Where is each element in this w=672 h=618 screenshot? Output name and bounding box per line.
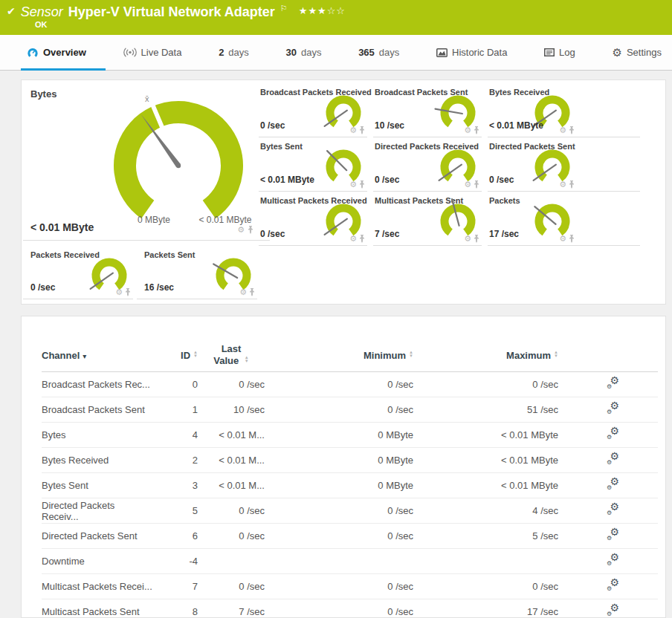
- gauge-tile-directed-packets-sent[interactable]: Directed Packets Sent0 /sec⚙: [488, 137, 640, 192]
- table-row-directed-packets-receiv: Directed Packets Receiv...50 /sec0 /sec4…: [42, 498, 658, 524]
- channel-name: Bytes: [42, 429, 153, 440]
- tab-365-days[interactable]: 365 days: [354, 35, 404, 70]
- gauge-tile-packets-sent[interactable]: Packets Sent16 /sec⚙: [137, 246, 257, 299]
- gauge-tile-bytes-received[interactable]: Bytes Received< 0.01 MByte⚙: [488, 83, 640, 137]
- tab-label: Historic Data: [452, 47, 507, 58]
- tab-bar: Overview Live Data 2 days 30 days 365 da…: [0, 35, 672, 71]
- channel-name: Directed Packets Receiv...: [42, 500, 153, 522]
- channel-minimum: 0 /sec: [265, 505, 413, 516]
- gear-icon[interactable]: ⚙: [559, 235, 566, 243]
- tab-live-data[interactable]: Live Data: [119, 35, 187, 70]
- status-check-icon: ✔: [7, 6, 16, 16]
- priority-stars[interactable]: ★★★☆☆: [299, 5, 346, 16]
- column-header-maximum[interactable]: Maximum▲▼: [413, 350, 558, 361]
- pin-icon[interactable]: [569, 235, 575, 243]
- channel-minimum: 0 /sec: [265, 581, 413, 592]
- pin-icon[interactable]: [569, 180, 575, 189]
- tab-settings[interactable]: ⚙ Settings: [608, 35, 666, 70]
- gear-icon[interactable]: ⚙: [349, 180, 357, 189]
- tab-label: days: [301, 47, 321, 58]
- gauge-tile-broadcast-packets-received[interactable]: Broadcast Packets Received0 /sec⚙: [259, 83, 367, 137]
- channel-maximum: 51 /sec: [413, 404, 558, 415]
- gauge-value: 10 /sec: [375, 120, 404, 131]
- pin-icon[interactable]: [249, 288, 255, 296]
- tab-30-days[interactable]: 30 days: [282, 35, 326, 70]
- channel-name: Bytes Received: [42, 455, 153, 466]
- channel-id: 2: [153, 455, 198, 466]
- pin-icon[interactable]: [569, 126, 575, 134]
- gear-icon[interactable]: ⚙: [239, 288, 247, 296]
- column-header-last-value[interactable]: Last Value ▲▼: [198, 343, 265, 367]
- channel-last-value: < 0.01 M...: [198, 429, 265, 440]
- gear-icon[interactable]: ⚙: [349, 126, 357, 134]
- gear-icon[interactable]: ⚙: [115, 288, 123, 296]
- gauge-tile-packets[interactable]: Packets17 /sec⚙: [488, 192, 640, 246]
- gauge-tile-bytes[interactable]: Bytes x̄ 0 MByte < 0.01 MByte < 0.01 MBy…: [23, 80, 270, 241]
- tab-label: Overview: [43, 47, 86, 58]
- column-header-minimum[interactable]: Minimum▲▼: [265, 350, 413, 361]
- gear-icon[interactable]: ⚙: [464, 235, 471, 243]
- pin-icon[interactable]: [359, 180, 365, 189]
- tab-label: Live Data: [141, 47, 182, 58]
- tab-number: 365: [358, 47, 375, 58]
- channel-settings-icon[interactable]: ⚙⚙: [607, 554, 620, 566]
- tab-overview[interactable]: Overview: [22, 35, 91, 70]
- gauge-value: 0 /sec: [375, 175, 399, 185]
- gear-icon[interactable]: ⚙: [464, 180, 471, 189]
- channel-last-value: 0 /sec: [198, 581, 265, 592]
- gauge-tile-directed-packets-received[interactable]: Directed Packets Received0 /sec⚙: [373, 137, 482, 192]
- pin-icon[interactable]: [125, 288, 131, 296]
- channel-id: 5: [153, 505, 198, 516]
- channel-settings-icon[interactable]: ⚙⚙: [607, 529, 620, 541]
- gear-icon[interactable]: ⚙: [559, 180, 566, 189]
- gear-icon[interactable]: ⚙: [237, 226, 245, 234]
- gauge-value: 0 /sec: [30, 282, 55, 293]
- gauge-tile-broadcast-packets-sent[interactable]: Broadcast Packets Sent10 /sec⚙: [373, 83, 482, 137]
- channel-settings-icon[interactable]: ⚙⚙: [607, 504, 620, 515]
- gauge-value: 16 /sec: [144, 282, 174, 293]
- pin-icon[interactable]: [359, 235, 365, 243]
- channel-id: 8: [153, 606, 198, 617]
- channel-settings-icon[interactable]: ⚙⚙: [607, 579, 620, 591]
- channel-settings-icon[interactable]: ⚙⚙: [607, 377, 620, 389]
- tab-log[interactable]: Log: [540, 35, 580, 70]
- pin-icon[interactable]: [474, 126, 479, 134]
- column-header-id[interactable]: ID▲▼: [153, 350, 198, 361]
- channel-minimum: 0 MByte: [265, 480, 413, 491]
- table-row-bytes-sent: Bytes Sent3< 0.01 M...0 MByte< 0.01 MByt…: [42, 473, 658, 498]
- column-header-channel[interactable]: Channel▾: [42, 350, 153, 361]
- channel-settings-icon[interactable]: ⚙⚙: [607, 403, 620, 414]
- gear-icon[interactable]: ⚙: [464, 126, 471, 134]
- table-row-multicast-packets-recei: Multicast Packets Recei...70 /sec0 /sec0…: [42, 574, 658, 599]
- gauge-tile-packets-received[interactable]: Packets Received0 /sec⚙: [23, 246, 133, 299]
- gauge-tile-title: Bytes: [30, 88, 56, 100]
- channel-minimum: 0 /sec: [265, 404, 413, 415]
- pin-icon[interactable]: [248, 226, 253, 234]
- pin-icon[interactable]: [474, 235, 479, 243]
- tab-historic-data[interactable]: Historic Data: [432, 35, 511, 70]
- sort-desc-icon: ▾: [83, 352, 86, 360]
- flag-icon: ⚐: [280, 4, 288, 13]
- channel-settings-icon[interactable]: ⚙⚙: [607, 478, 620, 490]
- channel-minimum: 0 /sec: [265, 530, 413, 541]
- gauge-tile-multicast-packets-sent[interactable]: Multicast Packets Sent7 /sec⚙: [373, 192, 482, 246]
- gauge-tile-multicast-packets-received[interactable]: Multicast Packets Received0 /sec⚙: [259, 192, 367, 246]
- channel-settings-icon[interactable]: ⚙⚙: [607, 605, 620, 617]
- pin-icon[interactable]: [359, 126, 365, 134]
- table-row-downtime: Downtime-4⚙⚙: [42, 549, 658, 574]
- channel-id: 4: [153, 429, 198, 440]
- channel-settings-icon[interactable]: ⚙⚙: [607, 428, 620, 440]
- gear-icon[interactable]: ⚙: [349, 235, 357, 243]
- tab-2-days[interactable]: 2 days: [214, 35, 253, 70]
- pin-icon[interactable]: [474, 180, 479, 189]
- gear-icon[interactable]: ⚙: [559, 126, 566, 134]
- table-row-broadcast-packets-sent: Broadcast Packets Sent110 /sec0 /sec51 /…: [42, 397, 658, 423]
- channel-last-value: < 0.01 M...: [198, 480, 265, 491]
- channel-name: Broadcast Packets Rec...: [42, 379, 153, 390]
- mean-marker: x̄: [145, 94, 149, 103]
- channel-settings-icon[interactable]: ⚙⚙: [607, 453, 620, 465]
- gauge-tile-bytes-sent[interactable]: Bytes Sent< 0.01 MByte⚙: [259, 137, 367, 192]
- channel-minimum: 0 MByte: [265, 429, 413, 440]
- gauge-scale-max: < 0.01 MByte: [184, 215, 267, 225]
- channel-maximum: < 0.01 MByte: [413, 429, 558, 440]
